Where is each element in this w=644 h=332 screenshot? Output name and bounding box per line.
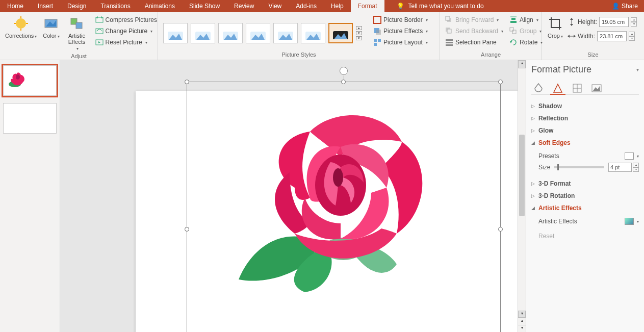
svg-rect-37 [446,39,453,41]
picture-border-button[interactable]: Picture Border▾ [371,14,430,25]
ae-dropdown[interactable]: ▾ [637,219,639,224]
scroll-down-button[interactable]: ▾ [518,311,526,318]
tab-transitions[interactable]: Transitions [93,0,137,12]
tab-view[interactable]: View [261,0,289,12]
share-button[interactable]: 👤 Share [606,0,644,12]
style-thumb-1[interactable] [163,23,188,43]
reset-picture-button[interactable]: Reset Picture▾ [93,37,159,48]
pane-tab-fill[interactable] [532,82,545,94]
ribbon: Corrections▾ Color▾ Artistic Effects▾ Co… [0,12,644,60]
pane-tab-effects[interactable] [552,82,564,94]
style-thumb-2[interactable] [191,23,215,43]
height-input[interactable]: 19.05 cm [599,17,629,27]
tab-format[interactable]: Format [351,0,384,12]
section-3d-rotation[interactable]: ▷3-D Rotation [531,190,639,202]
se-size-down[interactable]: ▾ [633,167,639,172]
svg-marker-47 [570,18,573,20]
height-up[interactable]: ▴ [631,17,637,22]
resize-handle-ne[interactable] [498,80,503,84]
selection-pane-button[interactable]: Selection Pane [443,37,505,48]
scroll-up-button[interactable]: ▴ [518,60,526,68]
style-thumb-6[interactable] [301,23,325,43]
compress-pictures-button[interactable]: Compress Pictures [93,14,159,25]
artistic-effects-button[interactable]: Artistic Effects▾ [64,14,90,53]
picture-selection-box[interactable] [187,82,501,332]
send-backward-button[interactable]: Send Backward▾ [443,25,505,37]
bring-forward-button[interactable]: Bring Forward▾ [443,14,505,25]
tab-animations[interactable]: Animations [138,0,182,12]
gallery-expand[interactable]: ▾ [356,36,362,40]
tell-me-search[interactable]: 💡 Tell me what you want to do [384,0,606,12]
change-picture-button[interactable]: Change Picture▾ [93,25,159,37]
soft-edges-preset-picker[interactable] [625,152,634,160]
tab-design[interactable]: Design [60,0,93,12]
svg-rect-8 [76,22,82,29]
svg-rect-39 [446,44,453,46]
width-up[interactable]: ▴ [629,32,635,36]
tab-slideshow[interactable]: Slide Show [182,0,227,12]
color-button[interactable]: Color▾ [41,14,61,53]
resize-handle-n[interactable] [341,80,346,84]
section-glow[interactable]: ▷Glow [531,124,639,137]
se-size-up[interactable]: ▴ [633,163,639,167]
style-thumb-5[interactable] [273,23,298,43]
pane-menu-button[interactable]: ▾ [636,67,639,72]
style-thumb-7[interactable] [328,23,353,43]
scroll-thumb[interactable] [519,135,525,216]
scroll-track[interactable] [518,68,526,301]
preset-dropdown[interactable]: ▾ [637,154,639,159]
next-slide-button[interactable]: ▾ [518,325,526,332]
corrections-button[interactable]: Corrections▾ [3,14,39,53]
gallery-scroll-up[interactable]: ▴ [356,26,362,30]
section-artistic-effects[interactable]: ◢Artistic Effects [531,202,639,214]
pane-tab-size[interactable] [571,82,583,94]
group-label-arrange: Arrange [443,52,538,59]
height-icon [568,18,576,26]
svg-marker-45 [510,41,512,43]
group-button[interactable]: Group▾ [507,25,545,37]
tab-home[interactable]: Home [0,0,31,12]
align-button[interactable]: Align▾ [507,14,545,25]
crop-button[interactable]: Crop▾ [545,14,565,52]
resize-handle-w[interactable] [185,227,189,232]
svg-rect-31 [378,39,381,42]
rotate-handle[interactable] [340,67,348,75]
width-input[interactable]: 23.81 cm [597,31,627,41]
slide-canvas[interactable] [60,60,518,332]
width-label: Width: [578,33,595,40]
section-3d-format[interactable]: ▷3-D Format [531,177,639,190]
tab-review[interactable]: Review [227,0,261,12]
style-thumb-4[interactable] [246,23,270,43]
soft-edges-size-slider[interactable] [554,166,604,168]
slide-thumbnails [0,60,60,332]
width-down[interactable]: ▾ [629,36,635,41]
soft-edges-size-input[interactable]: 4 pt [608,163,632,172]
slide-thumb-2[interactable] [3,103,57,134]
resize-handle-e[interactable] [498,227,503,232]
section-soft-edges[interactable]: ◢Soft Edges [531,137,639,149]
height-down[interactable]: ▾ [631,22,637,27]
slide-thumb-1[interactable] [3,65,57,96]
picture-layout-button[interactable]: Picture Layout▾ [371,37,430,48]
pane-tab-picture[interactable] [590,82,603,94]
pane-tabs [531,80,639,95]
section-reflection[interactable]: ▷Reflection [531,112,639,124]
svg-point-0 [16,18,26,29]
tab-help[interactable]: Help [324,0,351,12]
svg-point-53 [16,74,20,80]
artistic-reset-button[interactable]: Reset [531,231,639,240]
group-label-size: Size [545,52,641,59]
tab-addins[interactable]: Add-ins [289,0,324,12]
artistic-effects-picker[interactable] [625,218,634,225]
corrections-icon [13,15,29,32]
gallery-scroll-down[interactable]: ▾ [356,31,362,35]
section-shadow[interactable]: ▷Shadow [531,100,639,112]
prev-slide-button[interactable]: ▴ [518,318,526,325]
resize-handle-nw[interactable] [185,80,189,84]
style-thumb-3[interactable] [218,23,243,43]
svg-marker-57 [554,84,562,92]
svg-marker-12 [98,41,100,43]
rotate-button[interactable]: Rotate▾ [507,37,545,48]
tab-insert[interactable]: Insert [31,0,60,12]
picture-effects-button[interactable]: Picture Effects▾ [371,25,430,37]
